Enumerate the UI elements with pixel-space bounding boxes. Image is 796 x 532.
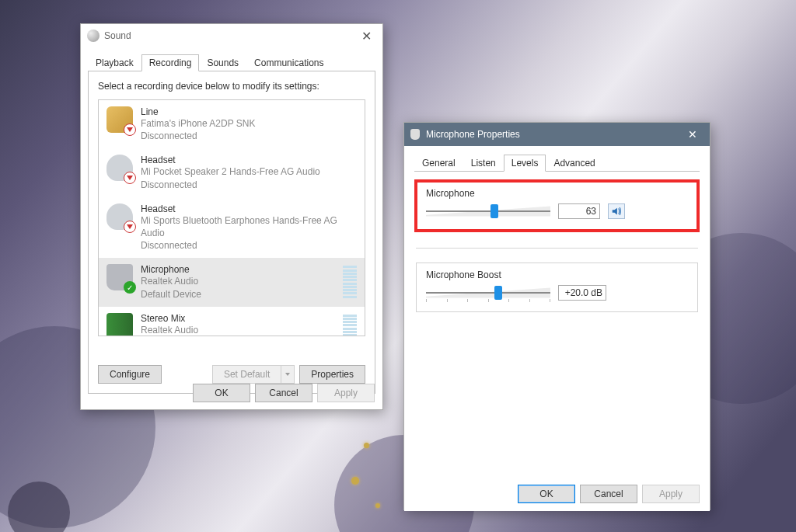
instruction-text: Select a recording device below to modif…: [98, 81, 365, 92]
device-status: Default Device: [141, 288, 201, 301]
device-status: Disconnected: [141, 179, 320, 191]
slider-thumb[interactable]: [491, 204, 498, 218]
tab-advanced[interactable]: Advanced: [546, 155, 602, 172]
device-row-mix[interactable]: Stereo MixRealtek AudioReady: [99, 307, 365, 336]
device-row-mic[interactable]: MicrophoneRealtek AudioDefault Device: [99, 258, 365, 306]
tab-sounds[interactable]: Sounds: [199, 54, 246, 71]
level-meter: [343, 313, 357, 336]
recording-panel: Select a recording device below to modif…: [88, 71, 375, 394]
microphone-boost-group: Microphone Boost: [416, 263, 698, 312]
device-sub: Realtek Audio: [141, 275, 201, 287]
device-name: Line: [141, 106, 255, 117]
microphone-slider[interactable]: [426, 203, 550, 219]
configure-button[interactable]: Configure: [98, 365, 162, 384]
cancel-button[interactable]: Cancel: [255, 384, 312, 402]
line-icon: [106, 106, 133, 133]
close-icon[interactable]: ✕: [682, 125, 703, 144]
device-sub: Fatima's iPhone A2DP SNK: [141, 117, 255, 130]
microphone-label: Microphone: [426, 188, 688, 199]
tab-communications[interactable]: Communications: [246, 54, 331, 71]
slider-thumb[interactable]: [494, 286, 502, 300]
tab-levels[interactable]: Levels: [504, 155, 546, 172]
boost-slider[interactable]: [426, 285, 550, 301]
levels-panel: Microphone Microphone Boost: [414, 171, 700, 474]
sound-dialog: Sound ✕ Playback Recording Sounds Commun…: [80, 23, 383, 410]
boost-label: Microphone Boost: [426, 269, 688, 280]
tab-recording[interactable]: Recording: [141, 54, 200, 71]
device-sub: Mi Pocket Speaker 2 Hands-Free AG Audio: [141, 165, 320, 178]
device-name: Microphone: [141, 264, 201, 275]
headset-icon: [106, 155, 133, 181]
panel-button-row: Configure Set Default Properties: [98, 365, 365, 384]
device-text: MicrophoneRealtek AudioDefault Device: [141, 264, 201, 300]
level-meter: [343, 264, 357, 300]
speaker-icon[interactable]: [608, 203, 625, 219]
cancel-button[interactable]: Cancel: [580, 485, 637, 503]
sound-title: Sound: [104, 30, 131, 41]
mix-icon: [106, 313, 133, 336]
props-title: Microphone Properties: [426, 129, 520, 140]
sound-icon: [87, 30, 100, 42]
device-text: HeadsetMi Pocket Speaker 2 Hands-Free AG…: [141, 155, 320, 190]
device-row-line[interactable]: LineFatima's iPhone A2DP SNKDisconnected: [99, 100, 365, 148]
set-default-button: Set Default: [212, 365, 281, 384]
device-name: Headset: [141, 203, 357, 214]
close-icon[interactable]: ✕: [357, 27, 376, 45]
sound-titlebar[interactable]: Sound ✕: [81, 24, 382, 47]
device-text: Stereo MixRealtek AudioReady: [141, 313, 198, 336]
device-sub: Mi Sports Bluetooth Earphones Hands-Free…: [141, 214, 357, 239]
divider: [416, 248, 698, 249]
device-name: Stereo Mix: [141, 313, 198, 324]
device-text: LineFatima's iPhone A2DP SNKDisconnected: [141, 106, 255, 142]
apply-button: Apply: [317, 384, 375, 402]
properties-button[interactable]: Properties: [299, 365, 365, 384]
props-dialog-buttons: OK Cancel Apply: [518, 485, 700, 503]
ok-button[interactable]: OK: [518, 485, 575, 503]
device-row-headset[interactable]: HeadsetMi Pocket Speaker 2 Hands-Free AG…: [99, 148, 365, 196]
microphone-value-input[interactable]: [558, 203, 600, 219]
device-name: Headset: [141, 155, 320, 165]
microphone-icon: [410, 129, 420, 140]
tab-listen[interactable]: Listen: [463, 155, 504, 172]
boost-value-input[interactable]: [558, 285, 606, 301]
device-text: HeadsetMi Sports Bluetooth Earphones Han…: [141, 203, 357, 252]
microphone-level-group: Microphone: [416, 181, 698, 231]
sound-tabs: Playback Recording Sounds Communications: [81, 47, 382, 71]
ok-button[interactable]: OK: [193, 384, 250, 402]
set-default-dropdown: [281, 365, 295, 384]
apply-button: Apply: [642, 485, 700, 503]
set-default-split-button: Set Default: [212, 365, 295, 384]
props-tabs: General Listen Levels Advanced: [404, 146, 710, 171]
headset-icon: [106, 203, 133, 230]
device-status: Disconnected: [141, 239, 357, 252]
mic-properties-dialog: Microphone Properties ✕ General Listen L…: [403, 122, 710, 510]
tab-general[interactable]: General: [414, 155, 463, 172]
device-sub: Realtek Audio: [141, 324, 198, 336]
device-status: Disconnected: [141, 130, 255, 142]
sound-dialog-buttons: OK Cancel Apply: [193, 384, 375, 402]
mic-icon: [106, 264, 133, 290]
device-list[interactable]: LineFatima's iPhone A2DP SNKDisconnected…: [98, 99, 365, 336]
device-row-headset[interactable]: HeadsetMi Sports Bluetooth Earphones Han…: [99, 197, 365, 259]
tab-playback[interactable]: Playback: [88, 54, 141, 71]
props-titlebar[interactable]: Microphone Properties ✕: [404, 123, 710, 146]
